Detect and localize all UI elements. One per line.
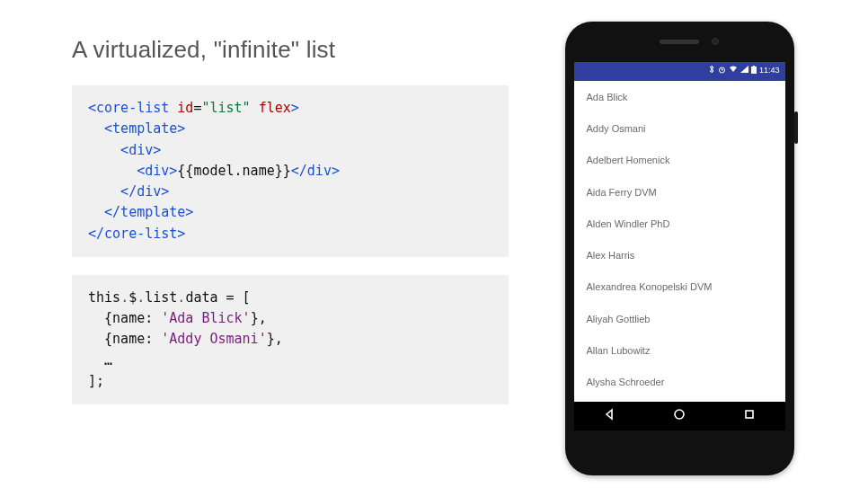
bluetooth-icon <box>708 65 715 75</box>
back-icon[interactable] <box>603 408 616 424</box>
code-text: > <box>291 100 299 116</box>
code-text: <core-list <box>88 100 169 116</box>
code-text: this <box>88 289 120 306</box>
list-item[interactable]: Allan Lubowitz <box>574 334 785 366</box>
slide: A virtualized, "infinite" list <core-lis… <box>0 0 868 488</box>
svg-rect-2 <box>753 66 755 67</box>
home-icon[interactable] <box>673 408 686 424</box>
battery-icon <box>751 66 757 75</box>
right-column: 11:43 Ada Blick Addy Osmani Adelbert Hom… <box>545 36 814 461</box>
code-text: 'Ada Blick' <box>161 310 250 326</box>
svg-point-3 <box>675 410 684 419</box>
phone-speaker <box>660 40 699 44</box>
code-text: flex <box>251 100 291 116</box>
code-text: }, <box>267 331 283 347</box>
svg-rect-4 <box>746 411 753 418</box>
code-text: . <box>137 289 145 306</box>
status-time: 11:43 <box>759 66 780 75</box>
code-block-html: <core-list id="list" flex> <template> <d… <box>72 85 509 257</box>
list-item[interactable]: Aida Ferry DVM <box>574 176 785 208</box>
svg-rect-1 <box>751 67 757 74</box>
code-text: id <box>169 100 193 116</box>
code-text: </div> <box>291 163 340 179</box>
code-text: <div> <box>88 142 161 158</box>
cell-signal-icon <box>740 66 748 75</box>
code-text: </template> <box>88 204 193 220</box>
code-text: {{model.name}} <box>177 163 290 179</box>
contact-list[interactable]: Ada Blick Addy Osmani Adelbert Homenick … <box>574 81 785 402</box>
code-text: ]; <box>88 373 104 389</box>
code-text: . <box>120 289 128 306</box>
alarm-icon <box>718 66 726 75</box>
recent-icon[interactable] <box>743 408 756 424</box>
list-item[interactable]: Alysha Schroeder <box>574 367 785 398</box>
code-text: </div> <box>88 183 169 200</box>
phone-screen: 11:43 Ada Blick Addy Osmani Adelbert Hom… <box>574 62 785 430</box>
wifi-icon <box>729 66 738 75</box>
code-text: list <box>145 289 177 306</box>
list-item[interactable]: Ada Blick <box>574 81 785 112</box>
list-item[interactable]: Adelbert Homenick <box>574 145 785 176</box>
list-item[interactable]: Alex Harris <box>574 239 785 271</box>
code-text: }, <box>251 310 267 326</box>
code-text: {name: <box>88 310 161 326</box>
status-bar: 11:43 <box>574 62 785 78</box>
phone-camera <box>712 38 719 45</box>
list-item[interactable]: Addy Osmani <box>574 112 785 144</box>
code-text: = [ <box>226 289 251 306</box>
list-item[interactable]: Alden Windler PhD <box>574 208 785 239</box>
phone-side-button <box>794 111 798 144</box>
code-text: 'Addy Osmani' <box>161 331 266 347</box>
android-nav-bar <box>574 402 785 430</box>
code-text: $ <box>128 289 137 306</box>
code-text: <template> <box>88 120 185 137</box>
code-text: "list" <box>201 100 250 116</box>
code-text: … <box>88 352 112 368</box>
list-item[interactable]: Aliyah Gottlieb <box>574 303 785 334</box>
code-text: </core-list> <box>88 226 185 242</box>
phone-frame: 11:43 Ada Blick Addy Osmani Adelbert Hom… <box>565 22 794 475</box>
left-column: A virtualized, "infinite" list <core-lis… <box>72 36 545 461</box>
code-text: {name: <box>88 331 161 347</box>
list-item[interactable]: Alexandrea Konopelski DVM <box>574 271 785 303</box>
slide-title: A virtualized, "infinite" list <box>72 36 509 64</box>
code-text: <div> <box>88 163 177 179</box>
code-block-js: this.$.list.data = [ {name: 'Ada Blick'}… <box>72 275 509 404</box>
code-text: data <box>185 289 226 306</box>
